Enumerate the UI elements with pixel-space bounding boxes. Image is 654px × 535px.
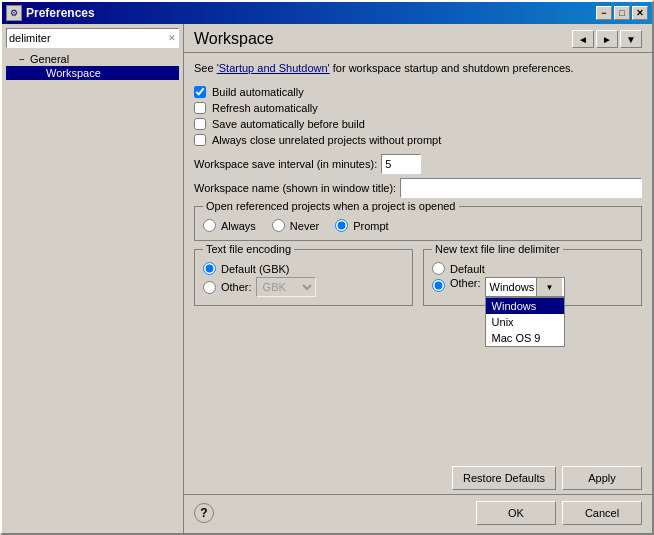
panel-header: Workspace ◄ ► ▼ <box>184 24 652 53</box>
close-unrelated-checkbox[interactable] <box>194 134 206 146</box>
save-before-build-checkbox[interactable] <box>194 118 206 130</box>
tree-toggle-general: − <box>14 54 30 65</box>
title-bar-buttons: − □ ✕ <box>596 6 648 20</box>
delim-other-row: Other: Windows ▼ Windows Unix <box>432 277 633 297</box>
delim-other-radio[interactable] <box>432 279 445 292</box>
line-delimiter-title: New text file line delimiter <box>432 243 563 255</box>
window-title: Preferences <box>26 6 596 20</box>
enc-default-radio[interactable] <box>203 262 216 275</box>
delim-default-radio[interactable] <box>432 262 445 275</box>
enc-other-row: Other: GBK <box>203 277 404 297</box>
workspace-name-input[interactable] <box>400 178 642 198</box>
cancel-button[interactable]: Cancel <box>562 501 642 525</box>
open-projects-group: Open referenced projects when a project … <box>194 206 642 241</box>
radio-never-row: Never <box>272 219 319 232</box>
never-radio[interactable] <box>272 219 285 232</box>
restore-apply-row: Restore Defaults Apply <box>184 460 652 494</box>
delimiter-dropdown: Windows ▼ Windows Unix Mac OS 9 <box>485 277 565 297</box>
close-unrelated-label: Always close unrelated projects without … <box>212 134 441 146</box>
help-icon-area: ? <box>194 503 470 523</box>
delimiter-dropdown-list: Windows Unix Mac OS 9 <box>485 297 565 347</box>
nav-dropdown-button[interactable]: ▼ <box>620 30 642 48</box>
dropdown-option-windows[interactable]: Windows <box>486 298 564 314</box>
main-content: ✕ − General Workspace Workspace ◄ ► <box>2 24 652 533</box>
radio-always-row: Always <box>203 219 256 232</box>
tree-label-workspace: Workspace <box>46 67 101 79</box>
workspace-name-row: Workspace name (shown in window title): <box>194 178 642 198</box>
delimiter-dropdown-arrow-icon: ▼ <box>536 278 561 296</box>
tree-item-workspace[interactable]: Workspace <box>6 66 179 80</box>
info-text: See 'Startup and Shutdown' for workspace… <box>194 61 642 76</box>
text-encoding-title: Text file encoding <box>203 243 294 255</box>
build-auto-checkbox[interactable] <box>194 86 206 98</box>
delimiter-dropdown-button[interactable]: Windows ▼ <box>485 277 565 297</box>
tree-area: − General Workspace <box>6 52 179 529</box>
ok-button[interactable]: OK <box>476 501 556 525</box>
two-col-section: Text file encoding Default (GBK) Other: … <box>194 249 642 314</box>
save-interval-label: Workspace save interval (in minutes): <box>194 158 377 170</box>
text-encoding-group: Text file encoding Default (GBK) Other: … <box>194 249 413 306</box>
enc-default-row: Default (GBK) <box>203 262 404 275</box>
nav-buttons: ◄ ► ▼ <box>572 30 642 48</box>
sidebar: ✕ − General Workspace <box>2 24 184 533</box>
refresh-auto-label: Refresh automatically <box>212 102 318 114</box>
open-projects-title: Open referenced projects when a project … <box>203 200 459 212</box>
maximize-button[interactable]: □ <box>614 6 630 20</box>
nav-back-button[interactable]: ◄ <box>572 30 594 48</box>
panel-title: Workspace <box>194 30 274 48</box>
apply-button[interactable]: Apply <box>562 466 642 490</box>
title-bar: ⚙ Preferences − □ ✕ <box>2 2 652 24</box>
always-label: Always <box>221 220 256 232</box>
dropdown-option-unix[interactable]: Unix <box>486 314 564 330</box>
preferences-window: ⚙ Preferences − □ ✕ ✕ − General Workspac… <box>0 0 654 535</box>
bottom-area: Restore Defaults Apply ? OK Cancel <box>184 460 652 533</box>
build-auto-label: Build automatically <box>212 86 304 98</box>
checkbox-row-refresh: Refresh automatically <box>194 102 642 114</box>
panel-body: See 'Startup and Shutdown' for workspace… <box>184 53 652 460</box>
tree-item-general[interactable]: − General <box>6 52 179 66</box>
save-interval-row: Workspace save interval (in minutes): <box>194 154 642 174</box>
info-prefix: See <box>194 62 217 74</box>
help-button[interactable]: ? <box>194 503 214 523</box>
enc-default-label: Default (GBK) <box>221 263 289 275</box>
save-interval-input[interactable] <box>381 154 421 174</box>
window-icon: ⚙ <box>6 5 22 21</box>
delim-other-label: Other: <box>450 277 481 289</box>
line-delimiter-group: New text file line delimiter Default Oth… <box>423 249 642 306</box>
search-box[interactable]: ✕ <box>6 28 179 48</box>
always-radio[interactable] <box>203 219 216 232</box>
delimiter-selected-value: Windows <box>488 281 537 293</box>
close-button[interactable]: ✕ <box>632 6 648 20</box>
search-input[interactable] <box>9 32 168 44</box>
refresh-auto-checkbox[interactable] <box>194 102 206 114</box>
checkbox-row-save: Save automatically before build <box>194 118 642 130</box>
radio-prompt-row: Prompt <box>335 219 388 232</box>
workspace-name-label: Workspace name (shown in window title): <box>194 182 396 194</box>
search-clear-icon[interactable]: ✕ <box>168 33 176 43</box>
right-panel: Workspace ◄ ► ▼ See 'Startup and Shutdow… <box>184 24 652 533</box>
enc-other-radio[interactable] <box>203 281 216 294</box>
prompt-label: Prompt <box>353 220 388 232</box>
delim-default-row: Default <box>432 262 633 275</box>
prompt-radio[interactable] <box>335 219 348 232</box>
enc-other-label: Other: <box>221 281 252 293</box>
checkbox-row-close: Always close unrelated projects without … <box>194 134 642 146</box>
ok-cancel-row: ? OK Cancel <box>184 494 652 533</box>
dropdown-option-macos9[interactable]: Mac OS 9 <box>486 330 564 346</box>
enc-other-select[interactable]: GBK <box>256 277 316 297</box>
never-label: Never <box>290 220 319 232</box>
restore-defaults-button[interactable]: Restore Defaults <box>452 466 556 490</box>
minimize-button[interactable]: − <box>596 6 612 20</box>
delim-default-label: Default <box>450 263 485 275</box>
nav-forward-button[interactable]: ► <box>596 30 618 48</box>
checkbox-group: Build automatically Refresh automaticall… <box>194 86 642 146</box>
startup-shutdown-link[interactable]: 'Startup and Shutdown' <box>217 62 330 74</box>
save-before-build-label: Save automatically before build <box>212 118 365 130</box>
tree-label-general: General <box>30 53 69 65</box>
checkbox-row-build: Build automatically <box>194 86 642 98</box>
info-suffix: for workspace startup and shutdown prefe… <box>330 62 574 74</box>
